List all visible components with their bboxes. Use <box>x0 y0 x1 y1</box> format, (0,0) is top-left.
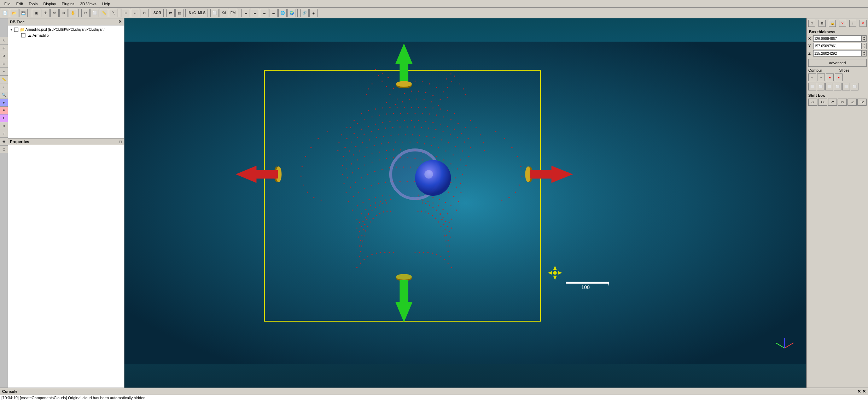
shift-neg-x[interactable]: -X <box>808 99 817 106</box>
shift-neg-y[interactable]: -Y <box>828 99 837 106</box>
contour-radio3[interactable]: ■ <box>826 73 834 81</box>
cloud3-button[interactable]: ☁ <box>260 9 268 17</box>
spinner-up-y[interactable]: ▲ <box>863 43 866 46</box>
coord-input-x[interactable] <box>813 35 862 42</box>
tree-check-root[interactable] <box>14 28 18 32</box>
icp-button[interactable]: ⇌ <box>166 9 175 17</box>
console-x-icon[interactable]: ✕ <box>862 389 866 394</box>
subsample-button[interactable]: ∷ <box>131 9 139 17</box>
grid-icon-btn[interactable]: ⊡ <box>0 146 8 153</box>
viewport[interactable]: 100 <box>124 18 806 388</box>
segment-button[interactable]: ✂ <box>81 9 90 17</box>
zoom-icon-btn[interactable]: ⊕ <box>0 60 8 68</box>
spinner-down-z[interactable]: ▼ <box>863 53 866 56</box>
cursor-icon-btn[interactable]: ↖ <box>0 37 8 45</box>
db-tree-close[interactable]: ✕ <box>118 19 122 24</box>
menu-display[interactable]: Display <box>40 1 59 7</box>
contour-radio4[interactable]: ■ <box>835 73 843 81</box>
rotate-button[interactable]: ↺ <box>50 9 59 17</box>
slice-button[interactable]: ⬜ <box>210 9 219 17</box>
spinner-up-z[interactable]: ▲ <box>863 51 866 53</box>
pan-button[interactable]: ✋ <box>69 9 77 17</box>
console-close-icon[interactable]: ✕ <box>857 389 861 394</box>
menu-3dviews[interactable]: 3D Views <box>77 1 99 7</box>
ruler-icon-btn[interactable]: 📏 <box>0 76 8 83</box>
menu-plugins[interactable]: Plugins <box>59 1 77 7</box>
search-icon-btn[interactable]: 🔍 <box>0 91 8 99</box>
translate-button[interactable]: ✛ <box>41 9 49 17</box>
shift-pos-z[interactable]: +Z <box>857 99 867 106</box>
circle-icon-btn[interactable]: ◉ <box>0 138 8 146</box>
right-view-btn[interactable]: R <box>0 122 8 130</box>
plugin1-button[interactable]: 🔗 <box>300 9 309 17</box>
sf-button[interactable]: ▤ <box>175 9 184 17</box>
shift-neg-z[interactable]: -Z <box>847 99 857 106</box>
open-button[interactable]: 📂 <box>10 9 18 17</box>
fm-label[interactable]: FM <box>229 9 237 17</box>
coord-spinner-y[interactable]: ▲ ▼ <box>862 43 867 49</box>
tree-item-root[interactable]: ▼ 📁 Armadillo.pcd (E:/PCL编程/PCLshiyan/PC… <box>9 27 122 33</box>
contour-radio1[interactable]: ○ <box>808 73 816 81</box>
tree-item-armadillo[interactable]: ▶ ☁ Armadillo <box>9 33 122 38</box>
segment-icon-btn[interactable]: ✂ <box>0 68 8 76</box>
filter-button[interactable]: ⊘ <box>140 9 148 17</box>
point-icon-btn[interactable]: • <box>0 83 8 91</box>
coord-input-z[interactable] <box>813 50 862 57</box>
rp-icon-close1[interactable]: ✕ <box>839 20 846 27</box>
earth-button[interactable]: 🌐 <box>278 9 287 17</box>
rp-icon-lock[interactable]: 🔒 <box>829 20 836 27</box>
menu-file[interactable]: File <box>1 1 13 7</box>
left-view-btn[interactable]: L <box>0 114 8 122</box>
coord-spinner-z[interactable]: ▲ ▼ <box>862 50 867 57</box>
kd-label[interactable]: Kd <box>220 9 228 17</box>
cloud4-button[interactable]: ☁ <box>269 9 278 17</box>
rp-icon-view2[interactable]: ⊞ <box>819 20 826 27</box>
globe-button[interactable]: 🌍 <box>287 9 296 17</box>
properties-expand-icon[interactable]: □ <box>119 140 122 144</box>
rotate-icon-btn[interactable]: ↺ <box>0 52 8 60</box>
save-button[interactable]: 💾 <box>19 9 28 17</box>
menu-tools[interactable]: Tools <box>26 1 41 7</box>
section-btn4[interactable]: ⬜ <box>834 83 841 90</box>
spinner-up-x[interactable]: ▲ <box>863 36 866 39</box>
tree-arrow-root[interactable]: ▼ <box>9 28 13 32</box>
front-view-btn[interactable]: F <box>0 99 8 107</box>
menu-help[interactable]: Help <box>99 1 113 7</box>
coord-spinner-x[interactable]: ▲ ▼ <box>862 35 867 42</box>
merge-button[interactable]: ⊕ <box>122 9 130 17</box>
svg-point-259 <box>362 202 363 203</box>
section-btn6[interactable]: ⬜ <box>851 83 858 90</box>
shift-pos-y[interactable]: +Y <box>838 99 847 106</box>
coord-input-y[interactable] <box>813 43 862 49</box>
tree-check-child[interactable] <box>21 33 25 37</box>
rp-icon-close2[interactable]: ✕ <box>860 20 867 27</box>
spinner-down-x[interactable]: ▼ <box>863 39 866 41</box>
select-button[interactable]: ▣ <box>32 9 40 17</box>
svg-point-13 <box>386 102 387 103</box>
new-button[interactable]: 📄 <box>1 9 9 17</box>
crop-button[interactable]: ⬜ <box>91 9 99 17</box>
svg-point-364 <box>393 252 394 253</box>
back-view-btn[interactable]: B <box>0 107 8 114</box>
rp-icon-view1[interactable]: □ <box>808 20 815 27</box>
cloud1-button[interactable]: ☁ <box>241 9 250 17</box>
top-view-btn[interactable]: T <box>0 130 8 138</box>
advanced-button[interactable]: advanced <box>808 59 867 67</box>
section-btn3[interactable]: ⬜ <box>825 83 833 90</box>
svg-point-99 <box>414 113 415 114</box>
spinner-down-y[interactable]: ▼ <box>863 46 866 49</box>
section-btn1[interactable]: ⬜ <box>808 83 816 90</box>
menu-edit[interactable]: Edit <box>13 1 26 7</box>
rp-icon-expand[interactable]: ↕ <box>849 20 856 27</box>
plugin2-button[interactable]: ◈ <box>309 9 318 17</box>
section-btn2[interactable]: ⬜ <box>817 83 825 90</box>
contour-radio2[interactable]: ○ <box>817 73 825 81</box>
shift-pos-x[interactable]: +X <box>818 99 827 106</box>
section-btn5[interactable]: ⬜ <box>842 83 850 90</box>
profile-button[interactable]: 〽 <box>109 9 117 17</box>
svg-point-292 <box>359 231 360 232</box>
measure-button[interactable]: 📏 <box>100 9 108 17</box>
cloud2-button[interactable]: ☁ <box>251 9 259 17</box>
translate-icon-btn[interactable]: ✛ <box>0 45 8 52</box>
zoom-button[interactable]: ⊕ <box>59 9 68 17</box>
